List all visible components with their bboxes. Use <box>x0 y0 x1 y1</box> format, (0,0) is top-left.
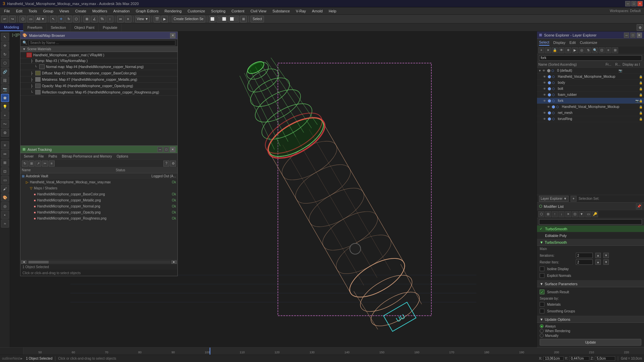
mirror-button[interactable]: ⇔ <box>117 16 124 22</box>
timeline-playhead[interactable] <box>210 348 210 355</box>
snap-angle-button[interactable]: ∠ <box>91 16 98 22</box>
scene-filter-input[interactable] <box>539 55 642 61</box>
mat-item-5[interactable]: ├ Opacity: Map #6 (HandheldMicrophone_co… <box>20 83 177 89</box>
tool-array[interactable]: ⊞ <box>1 159 9 167</box>
materials-checkbox[interactable] <box>540 302 544 307</box>
asset-row-opacity[interactable]: ■ HandheldMicrophone_copper_Opacity.png … <box>20 209 177 216</box>
menu-animation[interactable]: Animation <box>111 8 132 14</box>
tool-spacewarps[interactable]: 〜 <box>1 120 9 128</box>
asset-menu-bitmap-perf[interactable]: Bitmap Performance and Memory <box>60 154 114 159</box>
asset-scroll-left[interactable]: ◄ <box>21 260 26 264</box>
tab-modeling[interactable]: Modeling <box>0 23 23 31</box>
mod-tb-btn3[interactable]: ↑ <box>552 211 558 217</box>
tab-freeform[interactable]: Freeform <box>23 23 47 31</box>
update-manually-item[interactable]: Manually <box>540 334 641 338</box>
scene-tb-cols[interactable]: ≡ <box>605 47 611 53</box>
asset-row-max-file[interactable]: ▷ Handheld_Vocal_Microphone_Mockup_max_v… <box>20 179 177 185</box>
asset-row-maps-folder[interactable]: ▽ Maps / Shaders <box>20 185 177 191</box>
menu-graph-editors[interactable]: Graph Editors <box>133 8 161 14</box>
update-when-rendering-item[interactable]: When Rendering <box>540 329 641 333</box>
redo-button[interactable]: ↪ <box>9 16 16 22</box>
asset-row-vault[interactable]: ⊞ Autodesk Vault Logged Out (A... <box>20 173 177 179</box>
tool-shapes[interactable]: ⬟ <box>1 94 9 102</box>
asset-minimize-button[interactable]: ─ <box>157 147 163 152</box>
scene-explorer-close[interactable]: ✕ <box>637 33 642 38</box>
mod-list-item-turbosmooth[interactable]: ✓ TurboSmooth <box>537 226 644 232</box>
mod-tb-btn5[interactable]: ✕ <box>565 211 571 217</box>
scene-tb-extra[interactable]: ⊞ <box>612 47 618 53</box>
update-always-item[interactable]: Always <box>540 324 641 328</box>
asset-menu-paths[interactable]: Paths <box>47 154 59 159</box>
update-options-header[interactable]: ▼ Update Options <box>537 316 644 323</box>
menu-content[interactable]: Content <box>229 8 247 14</box>
tool-extra1[interactable]: ▪ <box>1 211 9 219</box>
update-when-rendering-radio[interactable] <box>540 329 544 333</box>
iterations-up[interactable]: ▲ <box>595 253 601 258</box>
menu-scripting[interactable]: Scripting <box>208 8 228 14</box>
tab-object-paint[interactable]: Object Paint <box>70 23 99 31</box>
scene-item-foam-rubber[interactable]: 👁 ⬡ foam_rubber 🔒 <box>537 92 644 98</box>
update-always-radio[interactable] <box>540 324 544 328</box>
select-region-button[interactable]: ▭ <box>27 16 34 22</box>
tool-paint2[interactable]: 🎨 <box>1 193 9 201</box>
smooth-result-checkbox[interactable]: ✓ <box>540 290 544 294</box>
scene-tb-render[interactable]: ▶ <box>572 47 578 53</box>
filter-dropdown[interactable]: All ▼ <box>35 16 46 22</box>
asset-refresh-btn[interactable]: ↻ <box>22 161 28 167</box>
tool-systems[interactable]: ⚙ <box>1 129 9 137</box>
menu-substance[interactable]: Substance <box>270 8 292 14</box>
tool-scale[interactable]: ⬡ <box>1 59 9 67</box>
mat-item-4[interactable]: ├ Metalness: Map #7 (HandheldMicrophone_… <box>20 76 177 83</box>
scene-tb-add[interactable]: + <box>538 47 544 53</box>
explicit-normals-checkbox[interactable] <box>540 273 544 278</box>
asset-scroll-right[interactable]: ► <box>171 260 177 264</box>
asset-copy-btn[interactable]: ⊞ <box>29 161 35 167</box>
asset-row-roughness[interactable]: ■ HandheldMicrophone_copper_Roughness.pn… <box>20 216 177 222</box>
scene-explorer-maximize[interactable]: □ <box>630 33 636 38</box>
scene-item-net-mesh[interactable]: 👁 ⬡ net_mesh 🔒 <box>537 110 644 116</box>
tool-lights[interactable]: 💡 <box>1 103 9 111</box>
scene-item-fork[interactable]: 👁 ⬡ fork 📷 🔒 <box>537 98 644 104</box>
mod-tb-btn7[interactable]: ▼ <box>579 211 585 217</box>
iterations-down[interactable]: ▼ <box>603 253 609 258</box>
smoothing-groups-checkbox[interactable] <box>540 309 544 313</box>
tool-camera[interactable]: 📷 <box>1 85 9 93</box>
scene-tb-lock[interactable]: 🔒 <box>552 47 558 53</box>
tool-render-region[interactable]: ▭ <box>1 176 9 184</box>
mat-item-1[interactable]: ├ Bump: Map #3 ( VRayNormalMap ) <box>20 58 177 64</box>
tool-unlink[interactable]: ⛓ <box>1 76 9 84</box>
select-obj-button[interactable]: ⬡ <box>19 16 26 22</box>
layer-explorer-dropdown[interactable]: Layer Explorer ▼ <box>539 196 569 202</box>
mod-tb-btn4[interactable]: ↓ <box>558 211 565 217</box>
scene-tb-highlight[interactable]: ⊡ <box>599 47 605 53</box>
scene-tab-edit[interactable]: Edit <box>570 40 576 45</box>
create-selection-set-button[interactable]: Create Selection Se <box>172 16 205 22</box>
tab-selection[interactable]: Selection <box>47 23 70 31</box>
menu-modifiers[interactable]: Modifiers <box>90 8 110 14</box>
mod-tb-btn8[interactable]: ▭ <box>585 211 591 217</box>
asset-scroll-thumb[interactable] <box>29 261 49 263</box>
move-button[interactable]: ✛ <box>58 16 64 22</box>
menu-create[interactable]: Create <box>72 8 89 14</box>
tool-paint[interactable]: 🖌 <box>1 185 9 193</box>
menu-edit[interactable]: Edit <box>13 8 25 14</box>
modifier-filter-input[interactable] <box>539 219 642 225</box>
scene-tb-freeze[interactable]: ❄ <box>565 47 571 53</box>
asset-row-metallic[interactable]: ■ HandheldMicrophone_copper_Metallic.png… <box>20 197 177 203</box>
menu-help[interactable]: Help <box>326 8 339 14</box>
scene-tb-hide[interactable]: 👁 <box>558 47 565 53</box>
menu-group[interactable]: Group <box>40 8 56 14</box>
tool-select[interactable]: ↖ <box>1 33 9 41</box>
scene-tab-customize[interactable]: Customize <box>580 40 597 45</box>
snap-3d-button[interactable]: ⊞ <box>84 16 90 22</box>
scene-tb-xray[interactable]: ◎ <box>579 47 585 53</box>
asset-menu-options[interactable]: Options <box>115 154 130 159</box>
mat-item-2[interactable]: └ Normal map: Map #4 (HandheldMicrophone… <box>20 64 177 70</box>
snap-spinner-button[interactable]: ↕ <box>107 16 113 22</box>
mode-options-button[interactable]: ⚙ <box>637 24 643 31</box>
scene-tab-display[interactable]: Display <box>553 40 566 45</box>
asset-maximize-button[interactable]: □ <box>164 147 169 152</box>
scene-tb-del[interactable]: ✕ <box>545 47 551 53</box>
scene-item-bolt[interactable]: 👁 ⬡ bolt 🔒 <box>537 86 644 92</box>
render-iters-input[interactable] <box>576 259 593 265</box>
